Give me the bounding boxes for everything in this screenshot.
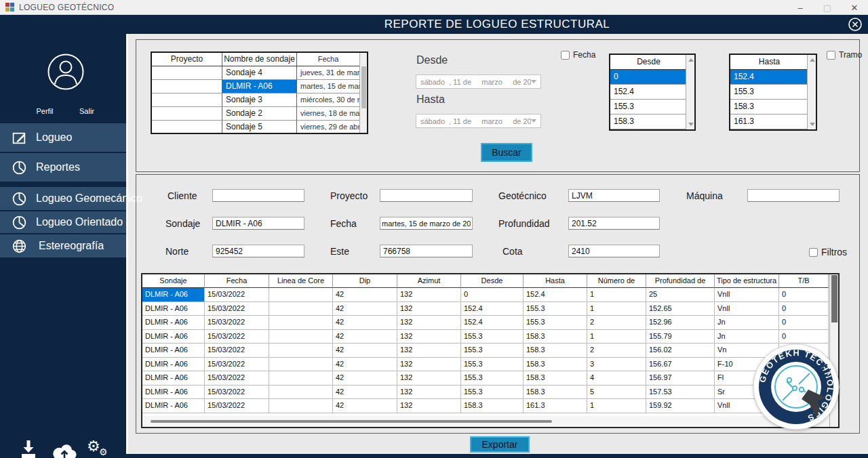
grid-cell[interactable]: 132 [397, 344, 461, 358]
grid-cell[interactable]: 15/03/2022 [205, 358, 269, 372]
grid-row[interactable]: DLMIR - A0615/03/202242132155.3158.33156… [142, 358, 838, 372]
grid-cell[interactable]: DLMIR - A06 [142, 371, 205, 386]
grid-cell[interactable]: 42 [333, 302, 397, 316]
sondaje-cell-proyecto[interactable] [152, 121, 222, 134]
sondaje-table-row[interactable]: Sondaje 4jueves, 31 de marz... [152, 66, 367, 80]
grid-cell[interactable]: 155.3 [461, 386, 524, 400]
grid-cell[interactable]: 132 [397, 330, 461, 344]
tramo-checkbox[interactable]: Tramo [827, 50, 862, 60]
grid-cell[interactable]: 15/03/2022 [205, 386, 269, 400]
buscar-button[interactable]: Buscar [481, 143, 532, 162]
fecha-checkbox[interactable]: Fecha [561, 50, 595, 60]
grid-cell[interactable] [269, 316, 333, 330]
download-icon[interactable] [19, 439, 38, 458]
grid-row[interactable]: DLMIR - A0615/03/202242132155.3158.32156… [142, 344, 838, 358]
grid-cell[interactable]: 0 [779, 330, 829, 344]
profundidad-input[interactable] [568, 217, 660, 230]
grid-cell[interactable]: 2 [587, 316, 646, 330]
grid-cell[interactable]: 155.3 [524, 316, 587, 330]
grid-cell[interactable]: 42 [333, 371, 397, 386]
sondaje-cell-proyecto[interactable] [152, 93, 222, 107]
sidebar-item-logueo[interactable]: Logueo [0, 123, 126, 152]
sondaje-cell-nombre[interactable]: Sondaje 2 [222, 107, 297, 121]
grid-cell[interactable] [269, 358, 333, 372]
grid-cell[interactable]: 156.02 [646, 344, 715, 358]
sondaje-table-row[interactable]: Sondaje 2viernes, 18 de mar... [152, 107, 367, 121]
grid-cell[interactable]: 4 [587, 371, 646, 386]
desde-date-picker[interactable]: sábado , 11 de marzo de 2023 [416, 75, 541, 89]
grid-cell[interactable]: DLMIR - A06 [142, 302, 205, 316]
hasta-date-picker[interactable]: sábado , 11 de marzo de 2023 [416, 114, 541, 128]
grid-cell[interactable]: 159.92 [646, 399, 715, 413]
sondaje-table-row[interactable]: Sondaje 3miércoles, 30 de m... [152, 93, 367, 107]
sondaje-cell-fecha[interactable]: viernes, 18 de mar... [297, 107, 359, 121]
grid-cell[interactable]: DLMIR - A06 [142, 399, 205, 413]
sondaje-cell-nombre[interactable]: DLMIR - A06 [222, 80, 297, 93]
sondaje-table-row[interactable]: DLMIR - A06martes, 15 de marz... [152, 80, 367, 93]
grid-row[interactable]: DLMIR - A0615/03/202242132152.4155.32152… [142, 316, 838, 330]
fecha-input[interactable] [380, 217, 473, 230]
desde-listbox-scrollbar[interactable] [686, 55, 694, 129]
grid-cell[interactable]: 152.4 [461, 302, 524, 316]
grid-cell[interactable] [269, 344, 333, 358]
cloud-upload-icon[interactable] [52, 442, 77, 458]
grid-cell[interactable]: 42 [333, 330, 397, 344]
gears-icon[interactable]: ⚙⚙ [87, 439, 100, 454]
grid-cell[interactable]: 42 [333, 386, 397, 400]
grid-cell[interactable]: 42 [333, 344, 397, 358]
salir-button[interactable]: Salir [72, 107, 102, 115]
grid-cell[interactable]: 25 [646, 288, 715, 302]
grid-cell[interactable]: 156.97 [646, 371, 715, 386]
grid-row[interactable]: DLMIR - A0615/03/202242132158.3161.31159… [142, 399, 838, 413]
grid-horizontal-scrollbar[interactable] [142, 416, 829, 427]
sidebar-item-estereografia[interactable]: Estereografía [0, 234, 126, 257]
grid-cell[interactable]: 155.3 [461, 330, 524, 344]
grid-cell[interactable]: DLMIR - A06 [142, 316, 205, 330]
grid-cell[interactable]: 0 [779, 316, 829, 330]
grid-cell[interactable]: 3 [587, 358, 646, 372]
grid-row[interactable]: DLMIR - A0615/03/202242132155.3158.31155… [142, 330, 838, 344]
perfil-button[interactable]: Perfil [30, 107, 60, 115]
sondaje-cell-proyecto[interactable] [152, 107, 222, 121]
sondaje-cell-proyecto[interactable] [152, 66, 222, 80]
sidebar-item-logueo-orientado[interactable]: Logueo Orientado [0, 211, 126, 233]
list-item[interactable]: 155.3 [610, 100, 687, 114]
grid-cell[interactable]: 42 [333, 399, 397, 413]
grid-cell[interactable]: 132 [397, 288, 461, 302]
grid-cell[interactable] [269, 371, 333, 386]
grid-cell[interactable]: 132 [397, 386, 461, 400]
sidebar-item-reportes[interactable]: Reportes [0, 153, 126, 182]
grid-cell[interactable]: 15/03/2022 [205, 288, 269, 302]
grid-cell[interactable]: Vnll [715, 302, 779, 316]
sondaje-cell-fecha[interactable]: viernes, 29 de abril... [297, 121, 359, 134]
grid-cell[interactable]: 1 [587, 399, 646, 413]
grid-cell[interactable]: 157.53 [646, 386, 715, 400]
sondaje-cell-proyecto[interactable] [152, 80, 222, 93]
grid-cell[interactable]: 161.3 [524, 399, 587, 413]
grid-cell[interactable] [269, 399, 333, 413]
grid-cell[interactable]: Jn [715, 330, 779, 344]
grid-cell[interactable]: Jn [715, 316, 779, 330]
grid-cell[interactable]: 5 [587, 386, 646, 400]
grid-cell[interactable]: 158.3 [524, 386, 587, 400]
sondaje-input[interactable] [212, 217, 304, 230]
sondaje-table-scrollbar[interactable] [359, 53, 367, 133]
sondaje-cell-fecha[interactable]: jueves, 31 de marz... [297, 66, 359, 80]
list-item[interactable]: 158.3 [730, 100, 808, 114]
sondaje-cell-fecha[interactable]: miércoles, 30 de m... [297, 93, 359, 107]
grid-cell[interactable]: 132 [397, 371, 461, 386]
grid-cell[interactable] [269, 288, 333, 302]
list-item[interactable]: 161.3 [730, 114, 808, 129]
sondaje-cell-nombre[interactable]: Sondaje 5 [222, 121, 297, 134]
grid-cell[interactable]: 132 [397, 316, 461, 330]
list-item[interactable]: 152.4 [610, 85, 687, 100]
sondaje-table-row[interactable]: Sondaje 5viernes, 29 de abril... [152, 121, 367, 134]
grid-cell[interactable]: 0 [461, 288, 524, 302]
grid-cell[interactable]: 158.3 [524, 358, 587, 372]
grid-cell[interactable]: 1 [587, 330, 646, 344]
grid-cell[interactable]: 156.67 [646, 358, 715, 372]
maquina-input[interactable] [747, 189, 840, 202]
grid-cell[interactable]: 132 [397, 302, 461, 316]
list-item[interactable]: 155.3 [730, 85, 808, 100]
grid-cell[interactable]: 1 [587, 302, 646, 316]
